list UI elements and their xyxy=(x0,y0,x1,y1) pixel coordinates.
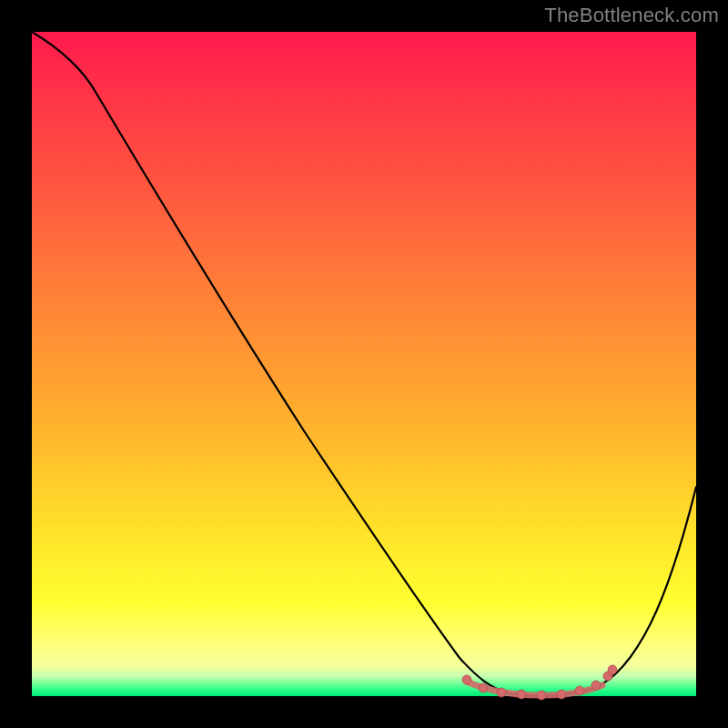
svg-point-6 xyxy=(575,686,584,695)
plot-area xyxy=(32,32,696,696)
svg-point-5 xyxy=(557,690,566,699)
chart-frame: TheBottleneck.com xyxy=(0,0,728,728)
svg-point-7 xyxy=(592,681,601,690)
chart-svg xyxy=(32,32,696,696)
svg-point-9 xyxy=(608,665,617,674)
watermark-text: TheBottleneck.com xyxy=(544,4,719,27)
svg-point-4 xyxy=(537,691,546,700)
svg-point-1 xyxy=(479,683,488,693)
bottleneck-curve xyxy=(32,32,696,696)
svg-point-0 xyxy=(462,675,471,684)
svg-point-3 xyxy=(517,690,526,699)
svg-point-2 xyxy=(497,688,506,697)
